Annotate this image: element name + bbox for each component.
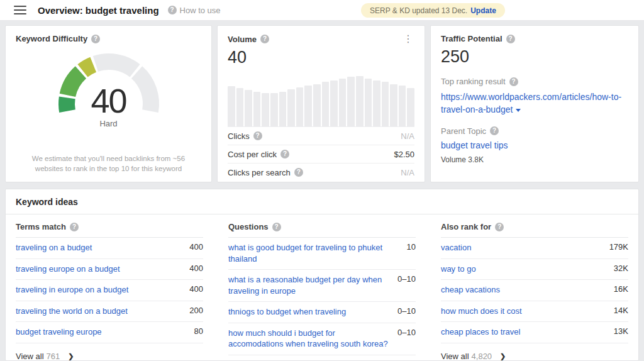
keyword-row: traveling the world on a budget200 [16, 301, 203, 323]
kebab-menu-icon[interactable]: ⋮ [402, 34, 414, 44]
keyword-row: cheap places to travel13K [441, 322, 628, 343]
volume-card: Volume ? ⋮ 40 Clicks? N/A Cost per click… [217, 25, 425, 182]
keyword-link[interactable]: thniogs to budget when traveling [228, 306, 397, 318]
keyword-row: traveling europe on a budget400 [16, 259, 203, 280]
clicks-per-search-row: Clicks per search? N/A [228, 163, 414, 181]
volume-bar [270, 93, 278, 126]
chevron-down-icon[interactable] [516, 109, 521, 112]
keyword-row: way to go32K [441, 259, 628, 280]
volume-bar [313, 84, 321, 126]
cpc-label: Cost per click [228, 150, 277, 159]
keyword-row: what is good budget for traveling to phu… [228, 238, 416, 270]
keyword-row: how much should i budget for accomodatio… [228, 323, 416, 355]
help-icon[interactable]: ? [280, 150, 289, 158]
hamburger-menu-icon[interactable] [14, 6, 26, 14]
cps-value: N/A [401, 168, 414, 177]
keyword-link[interactable]: traveling on a budget [16, 242, 189, 253]
keyword-link[interactable]: budget traveling europe [16, 326, 194, 338]
update-badge: SERP & KD updated 13 Dec. Update [361, 3, 505, 18]
volume-bar [382, 82, 389, 126]
help-icon[interactable]: ? [70, 223, 79, 231]
keyword-link[interactable]: vacation [441, 242, 609, 253]
keyword-link[interactable]: traveling the world on a budget [16, 306, 189, 317]
tp-value: 250 [441, 47, 628, 67]
help-icon[interactable]: ? [294, 168, 303, 177]
help-icon[interactable]: ? [272, 223, 281, 231]
clicks-row: Clicks? N/A [228, 126, 414, 145]
kd-title: Keyword Difficulty [16, 34, 87, 43]
volume-bar [407, 88, 414, 126]
top-ranking-url[interactable]: https://www.worldpackers.com/articles/ho… [441, 91, 628, 116]
view-all-terms-match[interactable]: View all 761 ❯ [16, 352, 203, 361]
kd-difficulty-label: Hard [16, 119, 201, 128]
volume-bar [228, 86, 235, 126]
questions-header: Questions [228, 222, 269, 231]
keyword-row: traveling in europe on a budget400 [16, 280, 203, 301]
keyword-link[interactable]: what is a reasonable budget per day when… [228, 274, 397, 296]
view-all-also-rank-for[interactable]: View all 4,820 ❯ [441, 352, 628, 361]
keyword-link[interactable]: how much should i budget for accomodatio… [228, 328, 397, 350]
parent-topic-label: Parent Topic [441, 126, 486, 136]
keyword-link[interactable]: way to go [441, 264, 614, 275]
tp-title: Traffic Potential [441, 34, 502, 43]
volume-bar [245, 90, 252, 126]
volume-bar [390, 84, 397, 126]
keyword-link[interactable]: cheap places to travel [441, 326, 614, 338]
keyword-volume: 200 [189, 306, 203, 315]
volume-bar [339, 79, 347, 126]
parent-topic-volume: Volume 3.8K [441, 155, 628, 164]
questions-column: Questions ? what is good budget for trav… [228, 214, 416, 361]
keyword-row: thniogs to budget when traveling0–10 [228, 302, 416, 323]
keyword-volume: 10 [407, 242, 416, 252]
also-rank-for-header: Also rank for [441, 222, 491, 231]
help-icon[interactable]: ? [509, 77, 518, 86]
volume-bar [399, 86, 406, 126]
top-bar: Overview: budget traveling ? How to use … [0, 0, 644, 21]
keyword-volume: 13K [614, 326, 628, 336]
help-icon[interactable]: ? [490, 126, 499, 135]
volume-bar [356, 76, 364, 126]
help-icon[interactable]: ? [91, 35, 100, 43]
page-title: Overview: budget traveling [38, 5, 159, 16]
chevron-right-icon: ❯ [68, 352, 74, 360]
terms-match-column: Terms match ? traveling on a budget400 t… [16, 214, 203, 361]
keyword-link[interactable]: traveling in europe on a budget [16, 284, 189, 296]
keyword-link[interactable]: what is good budget for traveling to phu… [228, 242, 407, 264]
volume-bar [330, 81, 338, 126]
volume-bar [304, 86, 312, 126]
volume-bar [347, 77, 355, 126]
how-to-use[interactable]: ? How to use [168, 6, 221, 15]
kd-footnote: We estimate that you'll need backlinks f… [16, 154, 201, 174]
keyword-volume: 0–10 [397, 306, 416, 316]
help-icon[interactable]: ? [506, 35, 515, 43]
keyword-row: vacation179K [441, 238, 628, 259]
keyword-link[interactable]: traveling europe on a budget [16, 264, 189, 275]
cost-per-click-row: Cost per click? $2.50 [228, 145, 414, 163]
keyword-link[interactable]: cheap vacations [441, 284, 614, 296]
update-button[interactable]: Update [470, 6, 496, 15]
keyword-volume: 32K [614, 264, 628, 273]
volume-bar [373, 81, 380, 126]
keyword-row: budget traveling europe80 [16, 322, 203, 343]
help-icon[interactable]: ? [253, 131, 262, 140]
help-icon[interactable]: ? [260, 35, 269, 43]
kd-gauge: 40 Hard [16, 45, 201, 139]
keyword-volume: 14K [614, 306, 628, 315]
keyword-link[interactable]: how much does it cost [441, 306, 614, 317]
help-icon[interactable]: ? [495, 223, 504, 231]
keyword-row: how much does it cost14K [441, 301, 628, 323]
cpc-value: $2.50 [394, 150, 414, 159]
keyword-volume: 16K [614, 284, 628, 294]
volume-bar [296, 87, 304, 126]
volume-bar [262, 93, 269, 126]
parent-topic-link[interactable]: budget travel tips [441, 140, 508, 150]
keyword-volume: 0–10 [397, 328, 416, 337]
keyword-volume: 179K [609, 242, 628, 252]
volume-bar [236, 88, 244, 126]
keyword-volume: 400 [189, 264, 203, 273]
volume-bar [287, 89, 295, 126]
keyword-row: what is a reasonable budget per day when… [228, 270, 416, 302]
kd-value: 40 [16, 84, 201, 118]
keyword-ideas-card: Keyword ideas Terms match ? traveling on… [5, 189, 639, 361]
also-rank-for-column: Also rank for ? vacation179K way to go32… [441, 214, 628, 361]
